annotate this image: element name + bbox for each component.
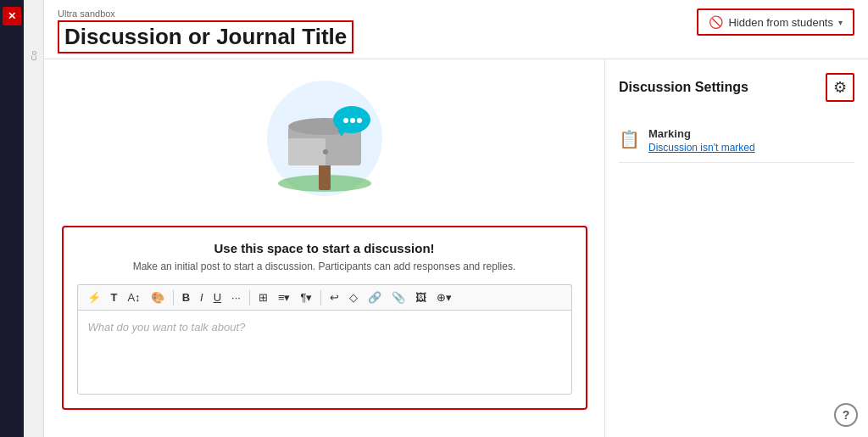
right-sidebar: Discussion Settings ⚙ 📋 Marking Discussi… xyxy=(605,59,868,437)
toolbar-sep-1 xyxy=(173,290,174,305)
svg-point-8 xyxy=(343,118,348,123)
svg-point-9 xyxy=(350,118,355,123)
settings-header: Discussion Settings ⚙ xyxy=(619,73,854,102)
gear-icon: ⚙ xyxy=(833,78,847,97)
svg-rect-4 xyxy=(288,138,326,165)
svg-point-10 xyxy=(357,118,362,123)
toolbar-insert-btn[interactable]: ⊕▾ xyxy=(432,289,456,306)
toolbar-more-btn[interactable]: ··· xyxy=(227,289,245,306)
close-button[interactable]: ✕ xyxy=(3,7,21,25)
chevron-down-icon: ▾ xyxy=(838,18,843,27)
marking-setting-item: 📋 Marking Discussion isn't marked xyxy=(619,119,854,163)
toolbar-image-btn[interactable]: 🖼 xyxy=(411,289,431,306)
toolbar-font-size-btn[interactable]: A↕ xyxy=(123,289,144,306)
svg-point-6 xyxy=(323,149,328,154)
center-panel: Use this space to start a discussion! Ma… xyxy=(44,59,605,437)
help-button[interactable]: ? xyxy=(834,403,858,427)
toolbar-flash-btn[interactable]: ⚡ xyxy=(83,289,105,306)
title-section: Ultra sandbox Discussion or Journal Titl… xyxy=(58,8,353,53)
gear-button[interactable]: ⚙ xyxy=(826,73,854,102)
editor-placeholder: What do you want to talk about? xyxy=(88,321,246,333)
page-title: Discussion or Journal Title xyxy=(58,20,353,53)
nav-label: Co xyxy=(30,51,38,61)
nav-strip: Co xyxy=(24,0,44,437)
discussion-subtext: Make an initial post to start a discussi… xyxy=(77,261,572,272)
toolbar-color-btn[interactable]: 🎨 xyxy=(147,289,169,306)
editor-toolbar: ⚡ T A↕ 🎨 B I U ··· ⊞ ≡▾ ¶▾ ↩ ◇ 🔗 xyxy=(77,284,572,310)
toolbar-undo-btn[interactable]: ↩ xyxy=(326,289,343,306)
toolbar-para-btn[interactable]: ¶▾ xyxy=(296,289,316,306)
toolbar-sep-2 xyxy=(249,290,250,305)
discussion-headline: Use this space to start a discussion! xyxy=(77,241,572,255)
marking-icon: 📋 xyxy=(619,129,640,149)
content-row: Use this space to start a discussion! Ma… xyxy=(44,59,868,437)
toolbar-table-btn[interactable]: ⊞ xyxy=(254,289,272,306)
toolbar-text-btn[interactable]: T xyxy=(107,289,122,306)
eye-slash-icon: 🚫 xyxy=(709,15,723,29)
mailbox-illustration xyxy=(240,73,409,209)
hidden-btn-label: Hidden from students xyxy=(728,16,833,29)
sandbox-label: Ultra sandbox xyxy=(58,8,353,19)
discussion-box: Use this space to start a discussion! Ma… xyxy=(62,226,587,410)
toolbar-link-btn[interactable]: 🔗 xyxy=(364,289,386,306)
toolbar-align-btn[interactable]: ≡▾ xyxy=(274,289,295,306)
toolbar-bold-btn[interactable]: B xyxy=(178,289,194,306)
toolbar-sep-3 xyxy=(320,290,321,305)
marking-content: Marking Discussion isn't marked xyxy=(648,127,755,154)
toolbar-underline-btn[interactable]: U xyxy=(209,289,225,306)
hidden-from-students-button[interactable]: 🚫 Hidden from students ▾ xyxy=(697,8,854,36)
marking-label: Marking xyxy=(648,127,755,140)
editor-area[interactable]: What do you want to talk about? xyxy=(77,310,572,395)
toolbar-italic-btn[interactable]: I xyxy=(196,289,208,306)
main-wrapper: Ultra sandbox Discussion or Journal Titl… xyxy=(44,0,868,437)
top-bar: Ultra sandbox Discussion or Journal Titl… xyxy=(44,0,868,59)
toolbar-clear-btn[interactable]: ◇ xyxy=(345,289,362,306)
help-section: ? xyxy=(834,403,858,427)
settings-title: Discussion Settings xyxy=(619,80,748,95)
marking-link[interactable]: Discussion isn't marked xyxy=(648,142,755,154)
toolbar-attach-btn[interactable]: 📎 xyxy=(387,289,409,306)
sidebar-strip: ✕ xyxy=(0,0,24,437)
